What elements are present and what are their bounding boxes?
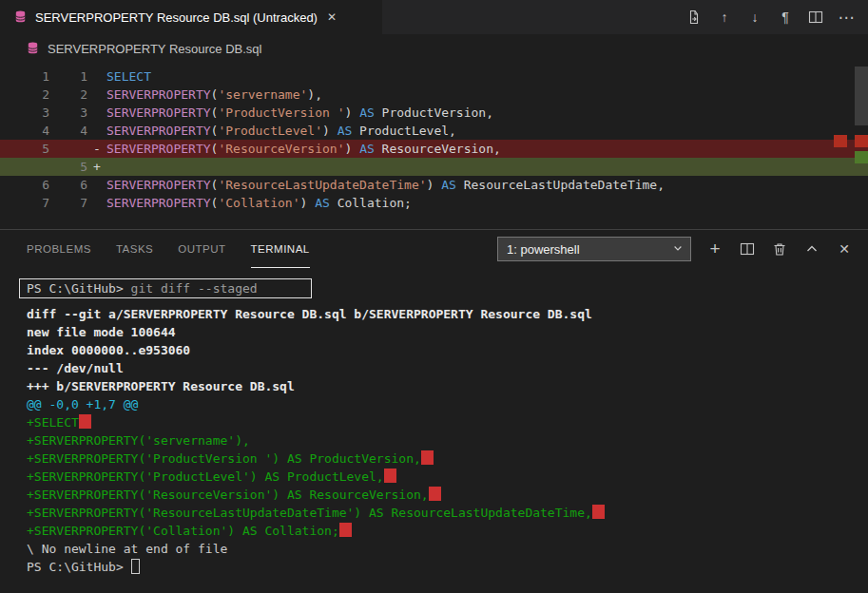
diff-sign — [87, 122, 106, 140]
terminal-text: diff --git a/SERVERPROPERTY Resource DB.… — [27, 307, 592, 321]
split-terminal-icon[interactable] — [735, 237, 760, 261]
trailing-whitespace-marker — [429, 487, 441, 501]
close-tab-icon[interactable]: ✕ — [327, 10, 337, 24]
diff-sign — [87, 104, 106, 122]
overview-ruler[interactable] — [855, 63, 868, 229]
terminal-text: +SELECT — [27, 415, 79, 430]
code-token: 'ProductLevel' — [218, 124, 322, 138]
tab-serverproperty-sql[interactable]: SERVERPROPERTY Resource DB.sql (Untracke… — [0, 0, 382, 34]
old-line-number: 3 — [0, 104, 49, 122]
file-name: SERVERPROPERTY Resource DB.sql — [48, 42, 261, 56]
diff-sign — [87, 67, 106, 86]
terminal-text: @@ -0,0 +1,7 @@ — [27, 397, 138, 411]
code-line[interactable]: 33SERVERPROPERTY('ProductVersion ') AS P… — [0, 104, 868, 122]
code-token: AS — [441, 178, 456, 192]
code-token: SERVERPROPERTY — [106, 178, 211, 192]
new-terminal-icon[interactable]: + — [703, 237, 727, 261]
old-line-number: 4 — [0, 122, 49, 140]
code-line[interactable]: 44SERVERPROPERTY('ProductLevel') AS Prod… — [0, 122, 868, 140]
code-line[interactable]: 11SELECT — [0, 67, 868, 86]
next-change-icon[interactable]: ↓ — [743, 5, 767, 29]
terminal[interactable]: PS C:\GitHub> git diff --stageddiff --gi… — [0, 268, 868, 593]
command-highlight-box: PS C:\GitHub> git diff --staged — [19, 278, 312, 298]
code-token: AS — [359, 142, 375, 156]
code-token: SELECT — [106, 69, 151, 84]
terminal-select[interactable]: 1: powershell — [497, 237, 691, 261]
more-actions-icon[interactable]: ⋯ — [834, 5, 858, 29]
diff-sign — [87, 194, 106, 212]
code-line[interactable]: 22SERVERPROPERTY('servername'), — [0, 86, 868, 104]
code-line[interactable]: 77SERVERPROPERTY('Collation') AS Collati… — [0, 194, 868, 212]
code-text: SERVERPROPERTY('servername'), — [106, 86, 322, 104]
bottom-panel: PROBLEMS TASKS OUTPUT TERMINAL 1: powers… — [0, 229, 868, 593]
new-line-number — [49, 140, 87, 158]
panel-header: PROBLEMS TASKS OUTPUT TERMINAL 1: powers… — [0, 230, 868, 268]
code-token: 'Collation' — [218, 196, 299, 210]
code-token: AS — [338, 124, 353, 138]
terminal-line: +SERVERPROPERTY('Collation') AS Collatio… — [27, 522, 868, 540]
editor-tab-bar: SERVERPROPERTY Resource DB.sql (Untracke… — [0, 0, 868, 34]
code-line[interactable]: 5-SERVERPROPERTY('ResourceVersion') AS R… — [0, 140, 868, 158]
diff-file-label: SERVERPROPERTY Resource DB.sql — [0, 34, 868, 63]
deleted-change-marker — [855, 135, 868, 147]
code-token: ) — [322, 124, 338, 138]
code-token: SERVERPROPERTY — [106, 105, 211, 120]
code-token: ResourceVersion, — [375, 142, 501, 156]
code-token: AS — [359, 105, 375, 120]
scrollbar-slider[interactable] — [855, 67, 868, 125]
code-token: ) — [344, 142, 359, 156]
terminal-text: +SERVERPROPERTY('ProductVersion ') AS Pr… — [27, 451, 421, 466]
terminal-line: diff --git a/SERVERPROPERTY Resource DB.… — [27, 305, 868, 323]
terminal-text: +SERVERPROPERTY('ResourceLastUpdateDateT… — [27, 506, 592, 520]
new-line-number: 6 — [49, 176, 87, 194]
terminal-text: new file mode 100644 — [27, 325, 176, 339]
code-text: SERVERPROPERTY('Collation') AS Collation… — [106, 194, 412, 212]
code-token: 'ResourceLastUpdateDateTime' — [218, 178, 426, 192]
terminal-line: +SERVERPROPERTY('ResourceLastUpdateDateT… — [27, 504, 868, 522]
maximize-panel-icon[interactable] — [800, 237, 824, 261]
terminal-select-value: 1: powershell — [507, 242, 580, 257]
sql-file-icon — [13, 10, 29, 25]
trailing-whitespace-marker — [339, 523, 352, 537]
terminal-line: +SERVERPROPERTY('servername'), — [27, 431, 868, 450]
code-lines: 11SELECT22SERVERPROPERTY('servername'),3… — [0, 67, 868, 212]
diff-editor[interactable]: 11SELECT22SERVERPROPERTY('servername'),3… — [0, 63, 868, 229]
code-line[interactable]: 66SERVERPROPERTY('ResourceLastUpdateDate… — [0, 176, 868, 194]
previous-change-icon[interactable]: ↑ — [712, 5, 737, 29]
go-to-file-icon[interactable] — [682, 5, 706, 29]
tab-output[interactable]: OUTPUT — [178, 230, 225, 268]
code-token: SERVERPROPERTY — [106, 142, 211, 156]
diff-sign — [87, 176, 106, 194]
kill-terminal-icon[interactable] — [767, 237, 792, 261]
terminal-line: +SERVERPROPERTY('ProductLevel') AS Produ… — [27, 468, 868, 486]
code-text: SERVERPROPERTY('ResourceLastUpdateDateTi… — [106, 176, 665, 194]
trailing-whitespace-marker — [79, 414, 91, 429]
terminal-text: +++ b/SERVERPROPERTY Resource DB.sql — [27, 379, 295, 393]
terminal-line: new file mode 100644 — [27, 323, 868, 341]
terminal-text: \ No newline at end of file — [27, 542, 227, 556]
terminal-text: index 0000000..e953060 — [27, 343, 190, 357]
panel-tabs: PROBLEMS TASKS OUTPUT TERMINAL — [27, 230, 310, 268]
terminal-line: +SELECT — [27, 413, 868, 431]
code-token: SERVERPROPERTY — [106, 124, 211, 138]
trailing-whitespace-marker — [421, 450, 434, 465]
tab-terminal[interactable]: TERMINAL — [251, 230, 310, 268]
added-change-marker — [855, 151, 868, 163]
new-line-number: 1 — [49, 67, 87, 86]
code-token: ) — [300, 196, 316, 210]
terminal-line: PS C:\GitHub> — [27, 558, 868, 576]
code-token: SERVERPROPERTY — [106, 87, 211, 102]
toggle-whitespace-icon[interactable]: ¶ — [773, 5, 798, 29]
new-line-number: 2 — [49, 86, 87, 104]
close-panel-icon[interactable]: ✕ — [832, 237, 857, 261]
split-editor-icon[interactable] — [803, 5, 828, 29]
tab-tasks[interactable]: TASKS — [116, 230, 153, 268]
old-line-number: 6 — [0, 176, 49, 194]
panel-actions: + ✕ — [703, 237, 857, 261]
terminal-text: +SERVERPROPERTY('ResourceVersion') AS Re… — [27, 488, 429, 502]
code-line[interactable]: 5+ — [0, 158, 868, 176]
tab-problems[interactable]: PROBLEMS — [27, 230, 91, 268]
terminal-text: git diff --staged — [131, 281, 258, 296]
terminal-cursor — [131, 559, 140, 574]
vscode-window: SERVERPROPERTY Resource DB.sql (Untracke… — [0, 0, 868, 593]
